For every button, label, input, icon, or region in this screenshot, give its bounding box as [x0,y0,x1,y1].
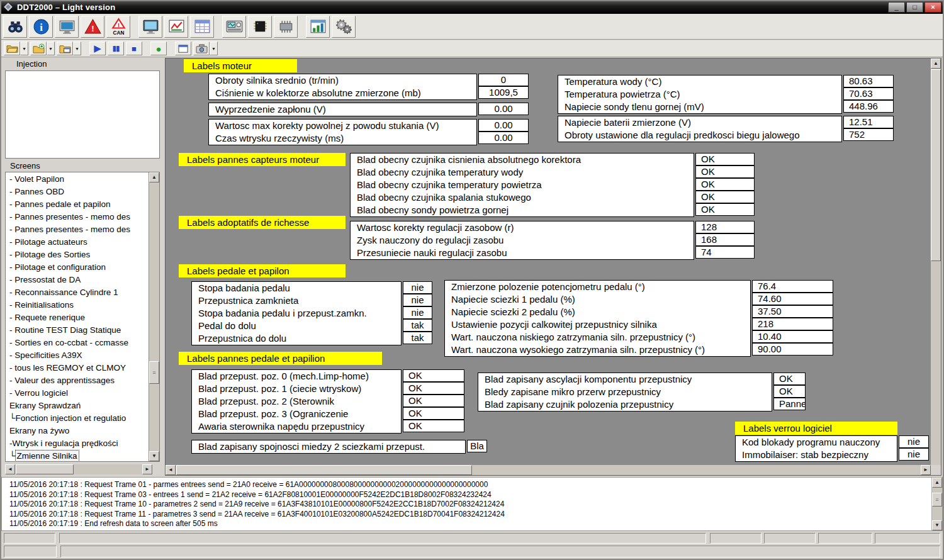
sidebar-screen-item[interactable]: - tous les REGMOY et CLMOY [6,362,149,374]
stop-button[interactable]: ■ [126,42,142,55]
open-file-button[interactable] [4,42,20,55]
chart-window-button[interactable] [306,16,330,38]
search-button[interactable] [3,16,27,38]
screen-name: Routine TEST Diag Statique [14,325,121,335]
close-button[interactable]: × [924,2,941,13]
screen-name: Requete renerique [14,313,85,322]
new-file-dropdown[interactable]: ▼ [47,42,55,55]
eeprom-button[interactable] [248,16,272,38]
sidebar-screen-item[interactable]: - Pilotage et configuration [6,261,149,274]
sidebar-screen-item[interactable]: - Pannes pedale et papilon [6,198,149,211]
param-value: 0 [478,74,529,86]
log-scrollbar[interactable]: ▲ ≡ ▼ [931,478,942,530]
screen-copy-button[interactable] [55,16,79,38]
scroll-left-icon[interactable]: ◄ [5,464,15,474]
minimize-button[interactable]: _ [888,2,905,13]
open-file-dropdown[interactable]: ▼ [20,42,28,55]
param-value: Panne [773,398,806,410]
param-value: 0.00 [478,103,529,115]
settings-button[interactable] [332,16,356,38]
dtc-alert-icon: ! [84,18,102,36]
scroll-up-icon[interactable]: ▲ [931,59,941,69]
param-label: Kod blokady programu nauczony [742,436,897,449]
scroll-down-icon[interactable]: ▼ [149,451,159,461]
scroll-left-icon[interactable]: ◄ [166,465,176,475]
log-line: 11/05/2016 20:17:18 : Request Trame 03 -… [9,490,927,500]
sidebar-title: Injection [16,59,47,69]
param-value: 74 [695,246,755,259]
param-value: 12.51 [843,116,894,128]
sidebar-screen-item[interactable]: -Wtrysk i regulacja prędkości [6,437,149,450]
sidebar-screen-item[interactable]: └Fonction injection et regulatio [6,412,149,425]
main-hscrollbar[interactable]: ◄ ► [166,465,931,475]
info-button[interactable]: i [29,16,53,38]
param-value: nie [899,448,929,461]
dtc-alert-button[interactable]: ! [81,16,104,38]
sidebar-screen-item[interactable]: - Pannes presentes - memo des [6,223,149,236]
snapshot-dropdown[interactable]: ▼ [210,42,218,55]
sidebar-screen-item[interactable]: Ekrany Sprawdzań [6,400,149,412]
data-table-button[interactable] [190,16,214,38]
scroll-thumb[interactable] [931,69,941,261]
play-button[interactable]: ▶ [89,42,106,55]
param-label: Napiecie sciezki 2 pedalu (%) [451,306,750,318]
sidebar-screen-item[interactable]: - Reinitialisations [6,299,149,311]
screens-scrollbar[interactable]: ▲ ≡ ▼ [149,172,159,461]
sidebar-screen-item[interactable]: - Volet Papilon [6,173,149,186]
sidebar-screen-item[interactable]: - Specificities A39X [6,349,149,362]
gears-icon [335,18,353,36]
graph-button[interactable] [164,16,188,38]
scroll-up-icon[interactable]: ▲ [932,478,942,488]
browse-screens-button[interactable] [57,42,73,55]
scroll-up-icon[interactable]: ▲ [149,172,159,182]
window-layout-button[interactable] [175,42,191,55]
sidebar-screen-item[interactable]: - Requete renerique [6,311,149,324]
screen-name: Pannes presentes - memo des [14,225,130,234]
sidebar-hscrollbar[interactable]: ◄ ► [5,464,152,474]
param-values-col: 0.00 [478,103,529,115]
can-alert-button[interactable]: ! CAN [106,16,130,38]
screens-list: - Volet Papilon- Pannes OBD- Pannes peda… [5,172,160,462]
eeprom-chip-icon [251,18,269,36]
sidebar-screen-item[interactable]: Ekrany na żywo [6,425,149,437]
sidebar-screen-item[interactable]: - Pannes OBD [6,186,149,198]
tree-prefix: - [9,275,14,284]
restore-button[interactable]: □ [906,2,923,13]
screen-name: Wtrysk i regulacja prędkości [13,439,118,448]
sidebar-screen-item[interactable]: - Verrou logiciel [6,387,149,400]
scroll-down-icon[interactable]: ▼ [932,520,942,530]
sidebar-screen-item[interactable]: - Routine TEST Diag Statique [6,324,149,337]
new-file-button[interactable] [30,42,47,55]
chip-button[interactable] [274,16,298,38]
toolbar-separator [144,40,149,57]
browse-screens-dropdown[interactable]: ▼ [73,42,81,55]
pedale-left-block: Stopa badania pedaluPrzepustnica zamknie… [191,281,432,345]
sidebar-screen-item[interactable]: - Pilotage des Sorties [6,249,149,261]
monitor-button[interactable] [138,16,162,38]
svg-text:!: ! [117,21,119,28]
scroll-thumb[interactable]: ≡ [149,361,159,384]
scroll-thumb[interactable]: ≡ [932,493,942,507]
param-value: OK [773,372,806,385]
chevron-down-icon: ▼ [22,47,26,51]
sidebar-screen-item[interactable]: - Pilotage actuateurs [6,236,149,249]
sidebar-screen-item[interactable]: - Pannes presentes - memo des [6,211,149,223]
scroll-thumb[interactable] [16,464,74,474]
title-bar[interactable]: DDT2000 – Light version _ □ × [0,0,944,14]
scroll-right-icon[interactable]: ► [142,464,152,474]
scroll-right-icon[interactable]: ► [921,465,931,475]
sidebar-screen-item[interactable]: - Sorties en co-ccbat - ccmasse [6,337,149,349]
sidebar-screen-item[interactable]: - Pressostat de DA [6,274,149,286]
sidebar-screen-item[interactable]: - Reconnaissance Cylindre 1 [6,286,149,299]
sidebar-screen-item[interactable]: └Zmienne Silnika [6,450,149,461]
snapshot-button[interactable] [193,42,210,55]
param-label: Blad przepust. poz. 2 (Sterownik [198,395,401,408]
scroll-thumb[interactable] [176,465,472,475]
sidebar-screen-item[interactable]: - Valeur des apprentissages [6,374,149,387]
param-label: Blad obecny sondy powietrza gornej [357,204,694,216]
moteur-right-block-a: Temperatura wody (°C)Temperatura powietr… [558,75,894,114]
oscilloscope-button[interactable] [222,16,246,38]
pause-button[interactable]: ▮▮ [108,42,124,55]
main-vscrollbar[interactable]: ▲ ▼ [931,59,941,475]
record-button[interactable]: ● [150,42,167,55]
